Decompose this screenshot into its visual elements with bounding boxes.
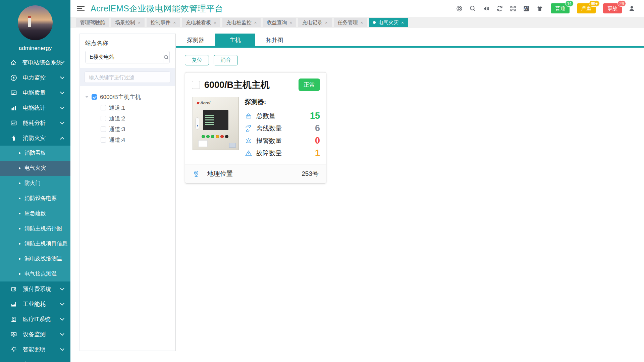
sidebar-subitem-fire-equipment-power[interactable]: 消防设备电源 bbox=[0, 191, 70, 206]
tree-filter-input[interactable] bbox=[85, 71, 170, 83]
tree-child-row[interactable]: 通道:2 bbox=[85, 113, 170, 124]
tab-electrical-fire[interactable]: 电气火灾× bbox=[369, 18, 408, 27]
sidebar-subitem-fire-door[interactable]: 防火门 bbox=[0, 176, 70, 191]
chevron-down-icon bbox=[60, 331, 64, 336]
tab-charging-monitor[interactable]: 充电桩监控× bbox=[222, 18, 261, 27]
offline-link-icon bbox=[245, 124, 253, 133]
tree-child-row[interactable]: 通道:3 bbox=[85, 124, 170, 135]
tab-topology[interactable]: 拓扑图 bbox=[255, 34, 294, 46]
sidebar-item-power-stats[interactable]: 电能统计 bbox=[0, 100, 70, 115]
power-quality-icon bbox=[10, 89, 17, 97]
close-icon[interactable]: × bbox=[401, 20, 404, 25]
search-icon[interactable] bbox=[469, 5, 476, 12]
refresh-icon[interactable] bbox=[496, 5, 503, 12]
tab-detectors[interactable]: 探测器 bbox=[176, 34, 215, 46]
app-root: adminenergy 变电站综合系统 电力监控 电能质量 电能统计 bbox=[0, 0, 644, 362]
sidebar-item-medical[interactable]: 医疗IT系统 bbox=[0, 312, 70, 327]
sidebar: adminenergy 变电站综合系统 电力监控 电能质量 电能统计 bbox=[0, 0, 70, 362]
caret-down-icon[interactable] bbox=[85, 96, 89, 98]
tab-revenue-query[interactable]: 收益查询× bbox=[263, 18, 296, 27]
close-icon[interactable]: × bbox=[138, 20, 141, 25]
detector-label: 探测器: bbox=[245, 98, 320, 106]
status-badge: 正常 bbox=[299, 79, 320, 91]
tree-root-row[interactable]: 6000/B主机主机 bbox=[85, 92, 170, 102]
substation-home-icon bbox=[10, 59, 17, 66]
sidebar-item-power-quality[interactable]: 电能质量 bbox=[0, 85, 70, 100]
stat-row-fault: 故障数量 1 bbox=[245, 147, 320, 159]
sidebar-item-prepaid[interactable]: 预付费系统 bbox=[0, 281, 70, 297]
device-tree: 6000/B主机主机 通道:1 通道:2 通道:3 通道:4 bbox=[85, 90, 170, 145]
tab-charging-records[interactable]: 充电记录× bbox=[298, 18, 332, 27]
sidebar-subitem-electrical-fire[interactable]: 电气火灾 bbox=[0, 161, 70, 176]
close-icon[interactable]: × bbox=[254, 20, 257, 25]
tab-host[interactable]: 主机 bbox=[215, 34, 255, 46]
close-icon[interactable]: × bbox=[289, 20, 292, 25]
main-panel: 探测器 主机 拓扑图 复位 消音 6000/B主机主机 正常 bbox=[175, 34, 644, 351]
tree-root-checkbox[interactable] bbox=[92, 94, 97, 100]
sidebar-item-device-monitor[interactable]: 设备监测 bbox=[0, 327, 70, 342]
sidebar-subitem-fire-dashboard[interactable]: 消防看板 bbox=[0, 146, 70, 161]
tree-child-checkbox[interactable] bbox=[101, 105, 106, 110]
tree-child-checkbox[interactable] bbox=[101, 116, 106, 121]
tab-task-management[interactable]: 任务管理× bbox=[334, 18, 367, 27]
sidebar-item-charging[interactable]: 充电桩 bbox=[0, 357, 70, 362]
host-checkbox[interactable] bbox=[192, 81, 200, 89]
fire-extinguisher-icon bbox=[10, 135, 17, 142]
avatar-wrap bbox=[0, 0, 70, 42]
tab-control-events[interactable]: 控制事件× bbox=[147, 18, 180, 27]
svg-text:文: 文 bbox=[527, 6, 529, 8]
aim-icon[interactable] bbox=[455, 5, 463, 12]
tree-child-row[interactable]: 通道:4 bbox=[85, 135, 170, 145]
fullscreen-icon[interactable] bbox=[509, 5, 517, 12]
close-icon[interactable]: × bbox=[361, 20, 363, 25]
alarm-badge-accident[interactable]: 事故 26 bbox=[603, 3, 622, 13]
active-dot-icon bbox=[373, 21, 376, 24]
sidebar-item-energy-analysis[interactable]: 能耗分析 bbox=[0, 115, 70, 131]
language-icon[interactable]: A文 bbox=[523, 5, 530, 12]
alarm-badge-severe[interactable]: 严重 99+ bbox=[577, 3, 596, 13]
mute-button[interactable]: 消音 bbox=[214, 55, 238, 65]
lighting-icon bbox=[10, 346, 17, 353]
card-header: 6000/B主机主机 正常 bbox=[185, 72, 326, 94]
site-search-button[interactable] bbox=[163, 51, 169, 63]
close-icon[interactable]: × bbox=[173, 20, 176, 25]
tab-scene-control[interactable]: 场景控制× bbox=[111, 18, 145, 27]
header: AcrelEMS企业微电网能效管理平台 A文 普通 14 严重 99+ bbox=[70, 0, 644, 17]
sidebar-item-fire[interactable]: 消防火灾 bbox=[0, 131, 70, 146]
username: adminenergy bbox=[0, 42, 70, 55]
sidebar-item-industry[interactable]: 工业能耗 bbox=[0, 297, 70, 312]
tree-child-checkbox[interactable] bbox=[101, 126, 106, 132]
sidebar-nav: 变电站综合系统 电力监控 电能质量 电能统计 能耗分析 bbox=[0, 55, 70, 362]
sidebar-item-substation[interactable]: 变电站综合系统 bbox=[0, 55, 70, 70]
site-name-input[interactable] bbox=[86, 51, 163, 63]
fault-count: 1 bbox=[315, 148, 320, 158]
close-icon[interactable]: × bbox=[214, 20, 216, 25]
sidebar-subitem-fire-host-topology[interactable]: 消防主机拓扑图 bbox=[0, 221, 70, 236]
location-label: 地理位置 bbox=[207, 169, 298, 178]
tree-child-row[interactable]: 通道:1 bbox=[85, 102, 170, 113]
sidebar-item-lighting[interactable]: 智能照明 bbox=[0, 342, 70, 357]
chevron-down-icon bbox=[60, 301, 64, 306]
volume-icon[interactable] bbox=[482, 5, 490, 12]
user-icon[interactable] bbox=[628, 5, 635, 12]
prepaid-icon bbox=[10, 286, 17, 293]
power-monitor-icon bbox=[10, 74, 17, 82]
tree-child-checkbox[interactable] bbox=[101, 137, 106, 143]
alarm-count-accident: 26 bbox=[618, 0, 626, 7]
hamburger-menu-icon[interactable] bbox=[77, 6, 85, 11]
theme-shirt-icon[interactable] bbox=[536, 5, 543, 12]
sidebar-subitem-electrical-contact-temp[interactable]: 电气接点测温 bbox=[0, 266, 70, 281]
avatar[interactable] bbox=[18, 5, 53, 40]
tab-charging-board[interactable]: 充电桩看板× bbox=[182, 18, 220, 27]
card-footer: 地理位置 253号 bbox=[185, 164, 326, 183]
sidebar-subitem-fire-host-project[interactable]: 消防主机项目信息 bbox=[0, 236, 70, 251]
alarm-badge-normal[interactable]: 普通 14 bbox=[551, 3, 570, 13]
filter-strip bbox=[80, 68, 175, 86]
sidebar-subitem-leakage-cable-temp[interactable]: 漏电及线缆测温 bbox=[0, 251, 70, 266]
medical-icon bbox=[10, 316, 17, 323]
close-icon[interactable]: × bbox=[325, 20, 328, 25]
reset-button[interactable]: 复位 bbox=[185, 55, 209, 65]
tab-dashboard[interactable]: 管理驾驶舱 bbox=[76, 18, 109, 27]
sidebar-subitem-emergency-evacuation[interactable]: 应急疏散 bbox=[0, 206, 70, 221]
sidebar-item-power-monitor[interactable]: 电力监控 bbox=[0, 70, 70, 85]
